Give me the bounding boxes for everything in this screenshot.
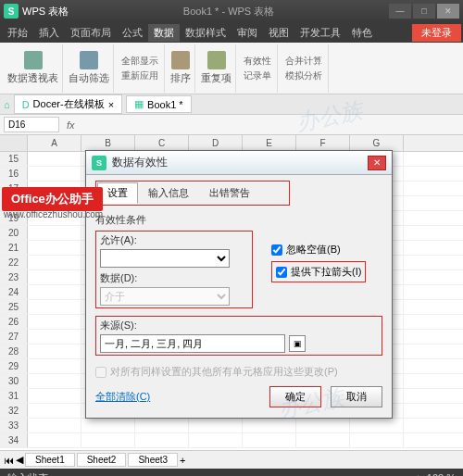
sheet-tab-2[interactable]: Sheet2: [77, 453, 127, 467]
cell[interactable]: [28, 389, 81, 403]
row-header[interactable]: 28: [0, 344, 28, 358]
col-A[interactable]: A: [28, 135, 81, 151]
ignore-blank-row[interactable]: 忽略空值(B): [271, 243, 366, 257]
row-header[interactable]: 25: [0, 300, 28, 314]
close-button[interactable]: ✕: [437, 4, 459, 19]
tab-nav-prev[interactable]: ◀: [16, 454, 23, 466]
sheet-tab-3[interactable]: Sheet3: [128, 453, 178, 467]
cell[interactable]: [296, 433, 350, 447]
menu-layout[interactable]: 页面布局: [65, 24, 117, 42]
cancel-button[interactable]: 取消: [331, 386, 382, 407]
row-header[interactable]: 29: [0, 359, 28, 373]
cell[interactable]: [28, 359, 81, 373]
home-icon[interactable]: ⌂: [4, 99, 10, 110]
col-F[interactable]: F: [296, 135, 350, 151]
dropdown-arrow-checkbox[interactable]: [276, 267, 287, 278]
cell[interactable]: [28, 300, 81, 314]
pivot-button[interactable]: 数据透视表: [7, 51, 58, 85]
cell[interactable]: [189, 433, 243, 447]
cell[interactable]: [28, 256, 81, 269]
col-E[interactable]: E: [243, 135, 296, 151]
cell[interactable]: [28, 404, 81, 418]
menu-datastyle[interactable]: 数据样式: [180, 24, 232, 42]
login-button[interactable]: 未登录: [412, 24, 461, 42]
row-header[interactable]: 30: [0, 374, 28, 388]
cell[interactable]: [350, 433, 404, 447]
row-header[interactable]: 31: [0, 389, 28, 403]
menu-insert[interactable]: 插入: [33, 24, 65, 42]
autofilter-button[interactable]: 自动筛选: [69, 51, 109, 85]
dialog-close-button[interactable]: ✕: [368, 156, 386, 170]
tab-input-msg[interactable]: 输入信息: [138, 182, 199, 204]
zoom-in-button[interactable]: +: [415, 472, 420, 476]
validity-button[interactable]: 有效性: [242, 54, 273, 69]
showall-button[interactable]: 全部显示: [119, 54, 160, 69]
ok-button[interactable]: 确定: [269, 386, 321, 407]
cell[interactable]: [135, 433, 189, 447]
row-header[interactable]: 22: [0, 256, 28, 269]
row-header[interactable]: 32: [0, 404, 28, 418]
analysis-button[interactable]: 模拟分析: [283, 69, 324, 83]
maximize-button[interactable]: □: [413, 4, 435, 19]
cell[interactable]: [28, 374, 81, 388]
cell[interactable]: [28, 226, 81, 240]
cell[interactable]: [28, 344, 81, 358]
reapply-button[interactable]: 重新应用: [119, 69, 160, 83]
dropdown-arrow-row[interactable]: 提供下拉箭头(I): [276, 265, 361, 279]
row-header[interactable]: 26: [0, 315, 28, 329]
cell[interactable]: [243, 433, 296, 447]
cell[interactable]: [135, 419, 189, 432]
col-B[interactable]: B: [81, 135, 135, 151]
col-C[interactable]: C: [135, 135, 189, 151]
fx-icon[interactable]: fx: [63, 119, 79, 131]
allow-select[interactable]: [100, 249, 230, 268]
tab-nav-first[interactable]: ⏮: [4, 455, 14, 466]
cell[interactable]: [81, 433, 135, 447]
range-picker-button[interactable]: ▣: [289, 335, 306, 352]
row-header[interactable]: 21: [0, 241, 28, 255]
minimize-button[interactable]: —: [389, 4, 411, 19]
zoom-slider[interactable]: ━●━: [391, 472, 410, 477]
menu-dev[interactable]: 开发工具: [294, 24, 346, 42]
cell[interactable]: [350, 419, 404, 432]
cell[interactable]: [243, 419, 296, 432]
menu-start[interactable]: 开始: [2, 24, 33, 42]
row-header[interactable]: 27: [0, 330, 28, 344]
book-tab[interactable]: ▦Book1 *: [126, 95, 192, 113]
clear-all-link[interactable]: 全部清除(C): [95, 390, 150, 404]
menu-data[interactable]: 数据: [148, 24, 180, 42]
cell[interactable]: [296, 419, 350, 432]
ignore-blank-checkbox[interactable]: [271, 244, 282, 256]
cell[interactable]: [189, 419, 243, 432]
cell[interactable]: [28, 419, 81, 432]
name-box[interactable]: [4, 117, 59, 132]
cell[interactable]: [28, 433, 81, 447]
template-tab[interactable]: DDocer-在线模板×: [14, 94, 122, 114]
row-header[interactable]: 33: [0, 419, 28, 432]
row-header[interactable]: 23: [0, 270, 28, 284]
sort-button[interactable]: 排序: [170, 51, 191, 85]
dialog-titlebar[interactable]: S 数据有效性 ✕: [86, 151, 392, 175]
add-sheet-button[interactable]: +: [180, 455, 185, 466]
cell[interactable]: [28, 152, 81, 166]
row-header[interactable]: 15: [0, 152, 28, 166]
col-D[interactable]: D: [189, 135, 243, 151]
col-G[interactable]: G: [350, 135, 404, 151]
row-header[interactable]: 16: [0, 167, 28, 181]
cell[interactable]: [28, 330, 81, 344]
tab-close-icon[interactable]: ×: [108, 99, 114, 110]
menu-review[interactable]: 审阅: [232, 24, 263, 42]
sheet-tab-1[interactable]: Sheet1: [25, 453, 75, 467]
cell[interactable]: [28, 270, 81, 284]
menu-special[interactable]: 特色: [346, 24, 378, 42]
cell[interactable]: [81, 419, 135, 432]
menu-view[interactable]: 视图: [263, 24, 294, 42]
dup-button[interactable]: 重复项: [201, 51, 232, 85]
tab-error-alert[interactable]: 出错警告: [199, 182, 260, 204]
cell[interactable]: [28, 315, 81, 329]
menu-formula[interactable]: 公式: [117, 24, 148, 42]
record-button[interactable]: 记录单: [242, 69, 273, 83]
corner-cell[interactable]: [0, 135, 28, 151]
cell[interactable]: [28, 241, 81, 255]
cell[interactable]: [28, 285, 81, 299]
